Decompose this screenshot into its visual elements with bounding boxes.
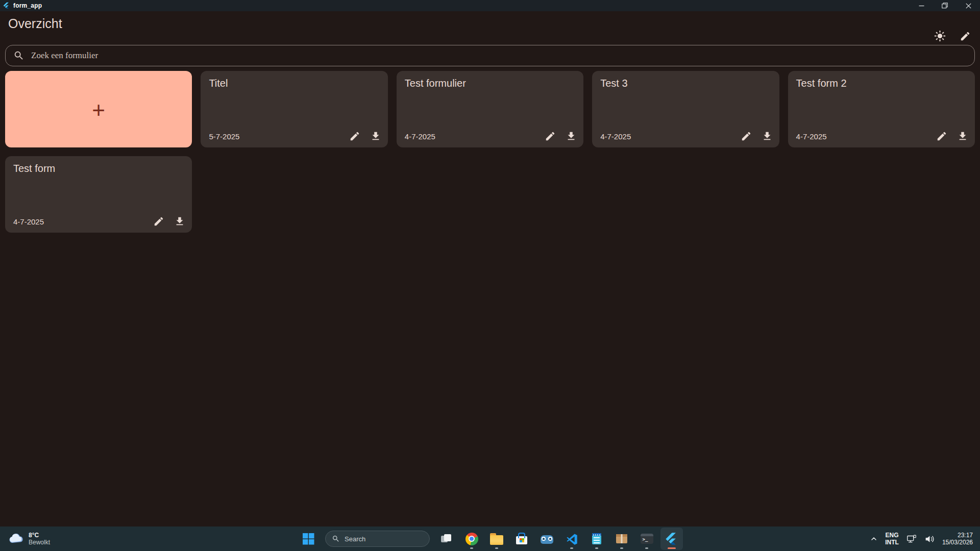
vscode-icon [566, 533, 578, 545]
package-box-icon [616, 534, 627, 543]
start-button[interactable] [297, 528, 320, 550]
plus-icon: + [92, 99, 105, 121]
chrome-icon [465, 533, 478, 545]
edit-form-button[interactable] [936, 131, 947, 142]
window-title: form_app [13, 2, 42, 9]
form-card-test-form[interactable]: Test form 4-7-2025 [5, 156, 192, 233]
form-card-test-formulier[interactable]: Test formulier 4-7-2025 [397, 71, 583, 147]
app-content: Overzicht + [0, 11, 980, 527]
edit-icon [741, 131, 752, 142]
terminal-app-button[interactable] [635, 528, 658, 550]
flutter-app-button[interactable] [660, 528, 683, 550]
windows-start-icon [303, 533, 314, 545]
edit-icon [545, 131, 556, 142]
header-actions [934, 30, 971, 42]
search-icon [13, 50, 24, 61]
task-view-icon [440, 533, 453, 545]
vscode-app-button[interactable] [560, 528, 583, 550]
language-line1: ENG [885, 532, 899, 539]
edit-mode-button[interactable] [960, 31, 971, 42]
edit-form-button[interactable] [349, 131, 360, 142]
download-icon [370, 131, 381, 142]
form-card-titel[interactable]: Titel 5-7-2025 [201, 71, 387, 147]
form-date: 4-7-2025 [600, 132, 631, 141]
terminal-icon [641, 534, 653, 544]
windows-taskbar: 8°C Bewolkt Search [0, 527, 980, 551]
form-card-test-form-2[interactable]: Test form 2 4-7-2025 [788, 71, 975, 147]
download-icon [762, 131, 773, 142]
notepad-app-button[interactable] [585, 528, 608, 550]
weather-widget[interactable]: 8°C Bewolkt [0, 532, 50, 546]
download-form-button[interactable] [370, 131, 381, 142]
microsoft-store-icon [516, 536, 527, 544]
edit-form-button[interactable] [545, 131, 556, 142]
task-view-button[interactable] [435, 528, 458, 550]
package-app-button[interactable] [610, 528, 633, 550]
taskbar-search-label: Search [345, 535, 365, 543]
form-title: Test form [13, 163, 184, 174]
speaker-icon [924, 534, 935, 544]
download-icon [957, 131, 968, 142]
weather-condition: Bewolkt [29, 539, 50, 546]
form-search-bar[interactable] [5, 45, 975, 66]
edit-form-button[interactable] [153, 216, 164, 227]
download-form-button[interactable] [957, 131, 968, 142]
godot-icon [541, 535, 553, 544]
download-form-button[interactable] [762, 131, 773, 142]
language-indicator[interactable]: ENG INTL [885, 532, 899, 546]
form-date: 4-7-2025 [796, 132, 827, 141]
taskbar-center: Search [297, 527, 683, 551]
flutter-logo-icon [3, 2, 10, 9]
clock-widget[interactable]: 23:17 15/03/2026 [942, 532, 973, 546]
godot-app-button[interactable] [535, 528, 558, 550]
file-explorer-icon [490, 535, 503, 545]
edit-form-button[interactable] [741, 131, 752, 142]
network-icon [906, 533, 917, 544]
tray-overflow-button[interactable] [870, 535, 878, 543]
system-tray: ENG INTL 23:17 15/03/2026 [870, 527, 980, 551]
form-date: 5-7-2025 [209, 132, 239, 141]
form-date: 4-7-2025 [13, 217, 44, 226]
tray-time: 23:17 [942, 532, 973, 539]
search-input[interactable] [31, 51, 971, 61]
edit-icon [960, 31, 971, 42]
tray-date: 15/03/2026 [942, 539, 973, 546]
window-titlebar: form_app [0, 0, 980, 11]
add-form-card[interactable]: + [5, 71, 192, 147]
restore-icon [942, 3, 948, 9]
chrome-app-button[interactable] [460, 528, 483, 550]
close-button[interactable] [957, 0, 980, 11]
restore-button[interactable] [933, 0, 957, 11]
download-icon [566, 131, 577, 142]
minimize-button[interactable] [910, 0, 933, 11]
download-form-button[interactable] [174, 216, 185, 227]
download-form-button[interactable] [566, 131, 577, 142]
notepad-icon [592, 533, 601, 544]
chevron-up-icon [870, 535, 878, 543]
close-icon [966, 3, 971, 9]
forms-grid: + Titel 5-7-2025 Test formulier 4-7-2025 [5, 71, 975, 233]
cloud-icon [8, 533, 24, 544]
volume-button[interactable] [924, 534, 935, 544]
edit-icon [349, 131, 360, 142]
weather-temperature: 8°C [29, 532, 50, 539]
taskbar-search-box[interactable]: Search [325, 531, 430, 547]
edit-icon [936, 131, 947, 142]
form-title: Test 3 [600, 78, 771, 89]
file-explorer-button[interactable] [485, 528, 508, 550]
theme-toggle-button[interactable] [934, 30, 946, 42]
window-controls [910, 0, 980, 11]
language-line2: INTL [885, 539, 899, 546]
form-title: Test formulier [405, 78, 575, 89]
flutter-icon [665, 532, 679, 546]
form-card-test-3[interactable]: Test 3 4-7-2025 [592, 71, 779, 147]
sun-icon [934, 30, 946, 42]
network-button[interactable] [906, 533, 917, 544]
form-title: Titel [209, 78, 379, 89]
download-icon [174, 216, 185, 227]
microsoft-store-button[interactable] [510, 528, 533, 550]
minimize-icon [919, 3, 924, 9]
form-title: Test form 2 [796, 78, 967, 89]
edit-icon [153, 216, 164, 227]
page-title: Overzicht [8, 16, 975, 31]
